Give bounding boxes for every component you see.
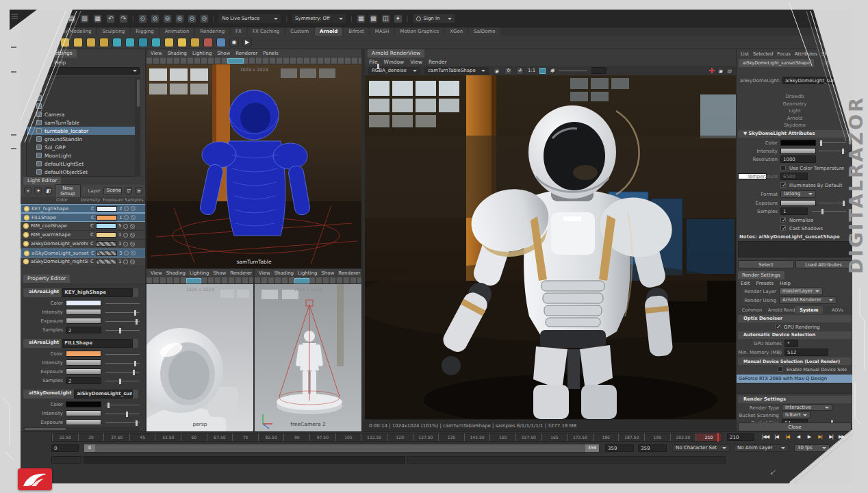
shelf-tab[interactable]: Sculpting bbox=[97, 27, 129, 36]
select-tool-icon[interactable]: ⌖ bbox=[24, 187, 31, 194]
solo-toggle-icon[interactable] bbox=[123, 242, 128, 246]
mute-toggle-icon[interactable] bbox=[131, 215, 136, 220]
time-tick[interactable]: 90 bbox=[283, 433, 309, 441]
monitor-menu-button[interactable] bbox=[12, 14, 18, 15]
shelf-tab[interactable]: Rendering bbox=[195, 27, 229, 36]
shelf-icon[interactable] bbox=[151, 38, 161, 47]
outliner-item[interactable]: defaultLightSet bbox=[27, 160, 135, 168]
snapshot-icon[interactable]: ◧ bbox=[44, 187, 52, 194]
light-color-swatch[interactable] bbox=[96, 223, 116, 229]
node-name-field[interactable]: KEY_highShape bbox=[62, 288, 133, 297]
time-tick[interactable]: 67.50 bbox=[207, 433, 233, 441]
range-start-handle[interactable]: 0 bbox=[84, 444, 95, 452]
render-layer-dropdown[interactable]: masterLayer bbox=[779, 288, 823, 295]
crop-icon[interactable]: ✛ bbox=[516, 67, 524, 75]
persp-viewport-canvas[interactable] bbox=[146, 284, 253, 431]
refresh-ic6on-icon[interactable]: ↻ bbox=[505, 67, 512, 75]
snap-icon[interactable]: ⊘ bbox=[151, 14, 159, 23]
light-color-swatch[interactable] bbox=[97, 206, 117, 212]
shelf-tab[interactable]: Animation bbox=[160, 27, 194, 36]
render-settings-menu-item[interactable]: Edit bbox=[741, 281, 750, 286]
time-tick[interactable]: 135 bbox=[438, 433, 464, 441]
renderview-menu-item[interactable]: File bbox=[369, 59, 378, 65]
shelf-tab[interactable]: MASH bbox=[370, 27, 394, 36]
render-icon[interactable]: ◫ bbox=[381, 14, 390, 23]
tab-arnold-renderview[interactable]: Arnold RenderView bbox=[368, 49, 424, 58]
viewport-menu-item[interactable]: Show bbox=[321, 270, 334, 276]
mute-toggle-icon[interactable] bbox=[130, 260, 135, 264]
color-swatch[interactable] bbox=[66, 401, 101, 407]
solo-toggle-icon[interactable] bbox=[124, 206, 129, 211]
solo-toggle-icon[interactable] bbox=[124, 215, 129, 220]
wireframe-viewport-canvas[interactable] bbox=[146, 64, 361, 268]
render-region-icon[interactable]: ◉ bbox=[493, 67, 500, 75]
current-frame-field[interactable]: 210 bbox=[727, 433, 754, 441]
samples-field[interactable]: 2 bbox=[66, 377, 101, 384]
playback-button[interactable]: ▶| bbox=[826, 433, 837, 441]
time-tick[interactable]: 150 bbox=[489, 433, 515, 441]
time-tick[interactable]: 82.50 bbox=[258, 433, 284, 441]
gpu-device-row[interactable]: GeForce RTX 2080 with Max-Q Design bbox=[737, 375, 852, 383]
notes-textarea[interactable] bbox=[738, 241, 852, 257]
freecamera-viewport-canvas[interactable] bbox=[255, 284, 361, 431]
time-tick[interactable]: 187.50 bbox=[618, 433, 644, 441]
light-row[interactable]: aiSkyDomeLight_warehouseS C 1 bbox=[21, 240, 146, 249]
attribute-editor-menu-item[interactable]: Attributes bbox=[795, 51, 818, 57]
viewport-menu-item[interactable]: Show bbox=[213, 270, 226, 276]
shelf-icon[interactable]: ▶ bbox=[242, 38, 252, 47]
playback-button[interactable]: ▶ bbox=[804, 433, 815, 441]
outliner-item[interactable] bbox=[27, 94, 135, 102]
skydome-samples-field[interactable]: 1 bbox=[780, 207, 808, 215]
shelf-icon[interactable] bbox=[73, 38, 83, 47]
render-settings-menu-item[interactable]: Presets bbox=[756, 281, 774, 286]
renderview-menu-item[interactable]: Render bbox=[429, 59, 447, 65]
render-settings-tab[interactable]: Common bbox=[738, 306, 766, 314]
tab-render-settings[interactable]: Render Settings bbox=[738, 271, 784, 279]
time-tick[interactable]: 120 bbox=[387, 433, 413, 441]
outliner-scrollbar[interactable] bbox=[136, 77, 140, 177]
outliner-item[interactable]: MoonLight bbox=[27, 151, 135, 160]
time-tick[interactable]: 45 bbox=[129, 433, 155, 441]
monitor-button[interactable] bbox=[11, 47, 16, 48]
light-row[interactable]: aiSkyDomeLight_sunsetShape C 3 bbox=[21, 249, 146, 257]
sign-in-button[interactable]: Sign In bbox=[413, 14, 455, 23]
render-image[interactable] bbox=[365, 75, 736, 419]
render-settings-tab[interactable]: Arnold Renderer bbox=[767, 306, 795, 314]
viewport-menu-item[interactable]: View bbox=[151, 270, 162, 276]
mute-toggle-icon[interactable] bbox=[131, 206, 136, 211]
select-button[interactable]: Select bbox=[738, 260, 794, 268]
shelf-icon[interactable] bbox=[203, 38, 213, 47]
shelf-icon[interactable]: ◉ bbox=[229, 38, 239, 47]
status-icon[interactable]: ↶ bbox=[106, 14, 115, 23]
playback-button[interactable]: ◀ bbox=[793, 433, 804, 441]
snap-icon[interactable]: ⊚ bbox=[163, 14, 172, 23]
outliner-item[interactable]: turntable_locator bbox=[27, 127, 135, 135]
time-slider[interactable]: 22.503037.504552.506067.507582.509097.50… bbox=[51, 433, 722, 442]
monitor-button[interactable] bbox=[11, 134, 16, 136]
time-tick[interactable]: 195 bbox=[644, 433, 670, 441]
outliner-item[interactable] bbox=[27, 86, 135, 94]
render-settings-menu-item[interactable]: Help bbox=[780, 281, 791, 286]
device-list-box[interactable] bbox=[737, 383, 852, 394]
skydome-intensity-field[interactable] bbox=[780, 148, 816, 154]
shelf-icon[interactable] bbox=[60, 38, 70, 47]
light-row[interactable]: RIM_coolShape C 5 bbox=[21, 222, 146, 231]
shelf-tab[interactable]: Motion Graphics bbox=[395, 27, 444, 36]
solo-toggle-icon[interactable] bbox=[123, 260, 128, 264]
light-color-swatch[interactable] bbox=[96, 259, 116, 264]
exposure-value-field[interactable] bbox=[591, 67, 607, 74]
min-memory-field[interactable]: 512 bbox=[784, 349, 828, 356]
outliner-item[interactable] bbox=[27, 102, 135, 110]
debug-shading-icon[interactable] bbox=[709, 68, 715, 73]
viewport-freecamera[interactable]: ViewShadingLightingShowRendererPanels bbox=[255, 269, 361, 431]
samples-field[interactable]: 2 bbox=[66, 327, 101, 333]
status-icon[interactable]: ↷ bbox=[119, 14, 128, 23]
viewport-menu-item[interactable]: Panels bbox=[263, 51, 279, 56]
category-label[interactable]: Drawdb bbox=[737, 93, 852, 101]
monitor-button[interactable] bbox=[11, 148, 16, 149]
color-swatch[interactable] bbox=[66, 300, 101, 306]
solo-toggle-icon[interactable] bbox=[123, 224, 128, 229]
shelf-icon[interactable] bbox=[138, 38, 148, 47]
range-slider[interactable]: 0 359 bbox=[84, 444, 600, 453]
outliner-item[interactable]: Sol_GRP bbox=[27, 143, 135, 151]
